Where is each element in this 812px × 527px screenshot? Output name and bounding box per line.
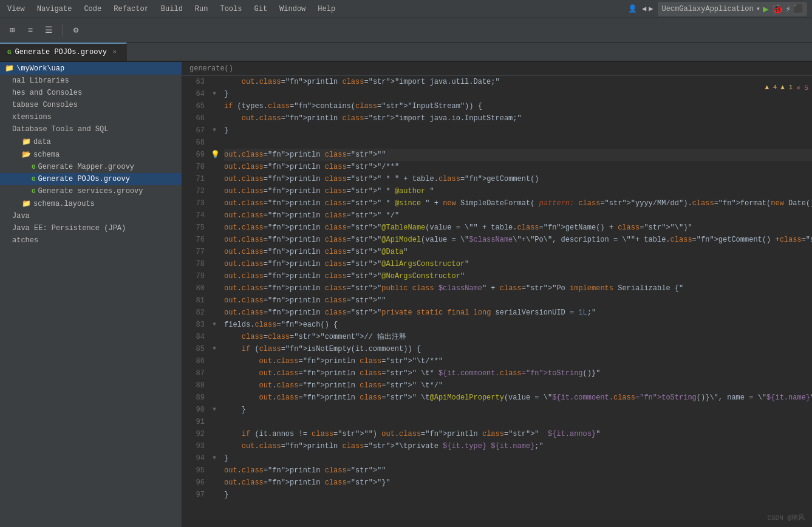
code-line-79[interactable]: out.class="fn">println class="str">"@NoA… [224, 270, 812, 282]
code-line-87[interactable]: out.class="fn">println class="str">" \t*… [224, 367, 812, 379]
code-line-76[interactable]: out.class="fn">println class="str">"@Api… [224, 234, 812, 246]
settings-btn[interactable]: ⚙ [69, 23, 83, 38]
sidebar: 📁 \myWork\uap nal Libraries hes and Cons… [0, 62, 182, 527]
warn-yellow1: ▲ 4 [765, 84, 777, 92]
run-config-dropdown[interactable]: ▾ [756, 4, 760, 13]
code-line-64[interactable]: } [224, 88, 812, 100]
tab-close-btn[interactable]: × [111, 48, 119, 56]
code-lines[interactable]: out.class="fn">println class="str">"impo… [219, 76, 812, 527]
sidebar-item-pojos[interactable]: G Generate POJOs.groovy [0, 173, 182, 185]
code-line-90[interactable]: } [224, 404, 812, 416]
code-line-91[interactable] [224, 416, 812, 428]
menu-refactor[interactable]: Refactor [111, 4, 151, 15]
line-numbers: 6364656667686970717273747576777879808182… [182, 76, 210, 527]
code-line-93[interactable]: out.class="fn">println class="str">"\tpr… [224, 440, 812, 452]
tab-generate-pojos[interactable]: G Generate POJOs.groovy × [0, 42, 127, 61]
code-line-95[interactable]: out.class="fn">println class="str">"" [224, 464, 812, 477]
menu-run[interactable]: Run [193, 4, 211, 15]
code-line-75[interactable]: out.class="fn">println class="str">"@Tab… [224, 222, 812, 234]
code-line-92[interactable]: if (it.annos != class="str">"") out.clas… [224, 428, 812, 440]
fold-arrow[interactable]: ▼ [213, 88, 216, 100]
sidebar-item-data[interactable]: 📁 data [0, 135, 182, 148]
menu-bar: ViewNavigateCodeRefactorBuildRunToolsGit… [0, 0, 812, 18]
code-line-88[interactable]: out.class="fn">println class="str">" \t*… [224, 379, 812, 392]
sidebar-item-watches[interactable]: atches [0, 234, 182, 246]
fold-arrow[interactable]: ▼ [213, 319, 216, 331]
fold-arrow[interactable]: ▼ [213, 452, 216, 464]
sidebar-schema-label: schema [33, 151, 177, 159]
sidebar-jpa-label: Java EE: Persistence (JPA) [12, 224, 177, 233]
sidebar-data-label: data [33, 138, 177, 146]
run-button[interactable]: ▶ [763, 3, 769, 15]
menu-tools[interactable]: Tools [217, 4, 244, 15]
code-line-82[interactable]: out.class="fn">println class="str">"priv… [224, 307, 812, 319]
sidebar-item-schema-layouts[interactable]: 📁 schema.layouts [0, 197, 182, 210]
code-line-77[interactable]: out.class="fn">println class="str">"@Dat… [224, 246, 812, 258]
code-line-70[interactable]: out.class="fn">println class="str">"/**" [224, 161, 812, 173]
warn-indicator-bar: ▲ 4 ▲ 1 ✕ 5 [765, 84, 808, 92]
code-line-67[interactable]: } [224, 124, 812, 137]
fold-arrow[interactable]: ▼ [213, 343, 216, 355]
menu-view[interactable]: View [5, 4, 27, 15]
sidebar-root-label: \myWork\uap [16, 64, 177, 73]
code-line-97[interactable]: } [224, 489, 812, 501]
code-line-89[interactable]: out.class="fn">println class="str">" \t@… [224, 392, 812, 404]
toolbar: ⊞ ≡ ☰ ⚙ [0, 18, 812, 42]
sidebar-item-java[interactable]: Java [0, 210, 182, 222]
sidebar-item-extensions[interactable]: xtensions [0, 111, 182, 123]
code-line-78[interactable]: out.class="fn">println class="str">"@All… [224, 258, 812, 270]
list-view-btn[interactable]: ≡ [23, 23, 38, 38]
code-area: 6364656667686970717273747576777879808182… [182, 76, 812, 527]
code-line-83[interactable]: fields.class="fn">each() { [224, 319, 812, 331]
tab-file-icon: G [7, 49, 12, 56]
fold-arrow[interactable]: ▼ [213, 404, 216, 416]
code-line-96[interactable]: out.class="fn">println class="str">"}" [224, 477, 812, 489]
sidebar-item-services[interactable]: G Generate services.groovy [0, 185, 182, 197]
code-line-63[interactable]: out.class="fn">println class="str">"impo… [224, 76, 812, 88]
sidebar-db-tools-label: Database Tools and SQL [12, 125, 177, 134]
schema-folder-icon: 📂 [22, 150, 31, 159]
menu-window[interactable]: Window [277, 4, 308, 15]
coverage-button[interactable]: ⚡ [786, 4, 791, 14]
sidebar-item-db-tools[interactable]: Database Tools and SQL [0, 123, 182, 135]
code-line-68[interactable] [224, 137, 812, 149]
lightbulb-icon[interactable]: 💡 [211, 149, 220, 161]
code-line-71[interactable]: out.class="fn">println class="str">" * "… [224, 173, 812, 185]
sidebar-item-jpa[interactable]: Java EE: Persistence (JPA) [0, 222, 182, 234]
menu-code[interactable]: Code [81, 4, 104, 15]
list2-view-btn[interactable]: ☰ [41, 23, 56, 38]
sidebar-item-consoles[interactable]: hes and Consoles [0, 87, 182, 99]
sidebar-item-db-consoles[interactable]: tabase Consoles [0, 99, 182, 111]
code-line-94[interactable]: } [224, 452, 812, 464]
code-line-72[interactable]: out.class="fn">println class="str">" * @… [224, 185, 812, 197]
sidebar-item-mapper[interactable]: G Generate Mapper.groovy [0, 161, 182, 173]
menu-navigate[interactable]: Navigate [35, 4, 75, 15]
debug-button[interactable]: 🐞 [771, 3, 783, 15]
user-icon-area[interactable]: 👤 [628, 4, 637, 13]
editor[interactable]: generate() ▲ 4 ▲ 1 ✕ 5 63646566676869707… [182, 62, 812, 527]
run-config-name: UecmGalaxyApplication [661, 5, 753, 13]
sidebar-item-schema[interactable]: 📂 schema [0, 148, 182, 161]
menu-git[interactable]: Git [251, 4, 270, 15]
menu-help[interactable]: Help [315, 4, 338, 15]
menu-build[interactable]: Build [159, 4, 185, 15]
code-line-81[interactable]: out.class="fn">println class="str">"" [224, 294, 812, 307]
nav-fwd-btn[interactable]: ▶ [649, 4, 653, 13]
code-line-80[interactable]: out.class="fn">println class="str">"publ… [224, 282, 812, 294]
code-line-69[interactable]: 💡out.class="fn">println class="str">"" [224, 149, 812, 161]
nav-back-btn[interactable]: ◀ [642, 4, 646, 13]
code-line-85[interactable]: if (class="fn">isNotEmpty(it.commoent)) … [224, 343, 812, 355]
code-line-86[interactable]: out.class="fn">println class="str">"\t/*… [224, 355, 812, 367]
code-line-65[interactable]: if (types.class="fn">contains(class="str… [224, 100, 812, 112]
code-line-73[interactable]: out.class="fn">println class="str">" * @… [224, 197, 812, 209]
fold-arrow[interactable]: ▼ [213, 124, 216, 137]
sidebar-item-root[interactable]: 📁 \myWork\uap [0, 62, 182, 75]
sidebar-item-libraries[interactable]: nal Libraries [0, 75, 182, 87]
code-line-74[interactable]: out.class="fn">println class="str">" */" [224, 209, 812, 222]
code-line-84[interactable]: class=class="str">"comment">// 输出注释 [224, 331, 812, 343]
sidebar-mapper-label: Generate Mapper.groovy [38, 163, 177, 171]
grid-view-btn[interactable]: ⊞ [5, 23, 19, 38]
code-line-66[interactable]: out.class="fn">println class="str">"impo… [224, 112, 812, 124]
sidebar-consoles-label: hes and Consoles [12, 89, 177, 97]
stop-button[interactable]: ⬛ [793, 4, 803, 14]
